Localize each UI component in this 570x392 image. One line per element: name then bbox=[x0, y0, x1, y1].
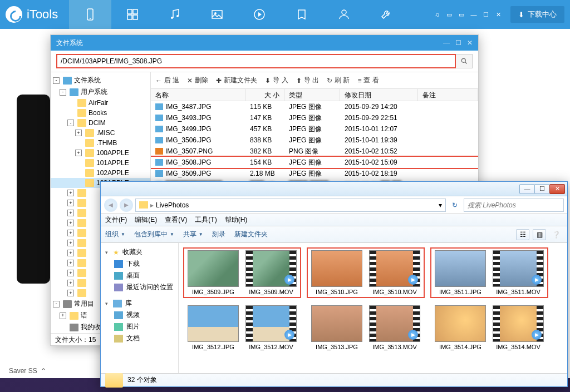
newfolder-button[interactable]: 新建文件夹 bbox=[234, 230, 268, 239]
tree-expand-icon[interactable]: - bbox=[53, 301, 60, 307]
tree-expand-icon[interactable]: + bbox=[67, 210, 74, 216]
menu-file[interactable]: 文件(F) bbox=[105, 215, 127, 225]
tree-item[interactable]: -文件系统 bbox=[51, 75, 150, 86]
download-center-button[interactable]: ⬇ 下载中心 bbox=[510, 6, 564, 23]
thumbnail[interactable]: ▶IMG_3512.MOV bbox=[244, 305, 298, 350]
nav-back-button[interactable]: ◄ bbox=[104, 199, 117, 212]
tree-expand-icon[interactable]: + bbox=[67, 190, 74, 196]
music-mini-icon[interactable]: ♫ bbox=[433, 10, 441, 19]
tree-expand-icon[interactable]: + bbox=[67, 260, 74, 266]
help-button[interactable]: ❔ bbox=[549, 229, 563, 240]
tree-item[interactable]: +.MISC bbox=[51, 128, 150, 138]
thumbnail[interactable]: ▶IMG_3510.MOV bbox=[367, 250, 422, 295]
side-download[interactable]: 下载 bbox=[101, 258, 178, 270]
tab-apps[interactable] bbox=[111, 0, 154, 29]
fs-titlebar[interactable]: 文件系统 — ☐ ✕ bbox=[51, 35, 478, 51]
tree-expand-icon[interactable]: - bbox=[67, 120, 74, 126]
side-doc[interactable]: 文档 bbox=[101, 333, 178, 344]
tree-expand-icon[interactable]: + bbox=[60, 312, 66, 319]
explorer-sidebar[interactable]: ▾★收藏夹 下载 桌面 最近访问的位置 ▾库 视频 图片 文档 bbox=[101, 243, 179, 373]
thumbnail[interactable]: IMG_3510.JPG bbox=[309, 250, 364, 295]
thumbnail[interactable]: ▶IMG_3509.MOV bbox=[244, 250, 298, 295]
thumbnail[interactable]: ▶IMG_3514.MOV bbox=[491, 305, 546, 350]
nav-forward-button[interactable]: ► bbox=[120, 199, 133, 212]
tree-expand-icon[interactable]: + bbox=[67, 230, 74, 236]
file-row[interactable]: IMG_3493.JPG147 KBJPEG 图像2015-09-29 22:5… bbox=[151, 112, 478, 123]
view-mode-button[interactable]: ☷ bbox=[516, 229, 529, 240]
menu-help[interactable]: 帮助(H) bbox=[225, 215, 248, 225]
thumbnail[interactable]: IMG_3509.JPG bbox=[186, 250, 240, 295]
organize-button[interactable]: 组织▼ bbox=[105, 230, 125, 239]
fs-path-input[interactable] bbox=[56, 54, 456, 68]
share-button[interactable]: 共享▼ bbox=[183, 230, 203, 239]
fs-back-button[interactable]: ←后 退 bbox=[155, 76, 179, 85]
tree-expand-icon[interactable]: + bbox=[67, 290, 74, 296]
thumbnail[interactable]: IMG_3512.JPG bbox=[186, 305, 240, 350]
preview-pane-button[interactable]: ▥ bbox=[533, 229, 546, 240]
thumbnail[interactable]: IMG_3514.JPG bbox=[433, 305, 488, 350]
tab-music[interactable] bbox=[154, 0, 196, 29]
file-row[interactable]: IMG_3509.JPG2.18 MBJPEG 图像2015-10-02 18:… bbox=[151, 168, 478, 179]
tree-expand-icon[interactable] bbox=[67, 110, 74, 116]
fs-view-button[interactable]: ≡查 看 bbox=[357, 76, 379, 85]
thumbnail[interactable]: ▶IMG_3511.MOV bbox=[491, 250, 546, 295]
file-row[interactable]: IMG_3487.JPG115 KBJPEG 图像2015-09-29 14:2… bbox=[151, 101, 478, 112]
file-row[interactable]: IMG_3506.JPG838 KBJPEG 图像2015-10-01 19:3… bbox=[151, 135, 478, 146]
minimize-icon[interactable]: — bbox=[469, 10, 478, 19]
side-libraries[interactable]: ▾库 bbox=[101, 297, 178, 309]
tree-expand-icon[interactable] bbox=[75, 140, 82, 146]
tree-expand-icon[interactable] bbox=[60, 324, 66, 331]
col-size[interactable]: 大 小 bbox=[245, 89, 284, 101]
fs-close-icon[interactable]: ✕ bbox=[467, 39, 473, 47]
tree-expand-icon[interactable]: + bbox=[75, 150, 82, 156]
chat-icon[interactable]: ▭ bbox=[445, 10, 454, 19]
fs-refresh-button[interactable]: ↻刷 新 bbox=[327, 76, 350, 85]
breadcrumb-item[interactable]: LivePhotos bbox=[156, 201, 189, 209]
file-row[interactable]: IMG_3499.JPG457 KBJPEG 图像2015-10-01 12:0… bbox=[151, 123, 478, 135]
tree-expand-icon[interactable]: + bbox=[67, 220, 74, 226]
col-type[interactable]: 类型 bbox=[284, 89, 340, 101]
tree-expand-icon[interactable]: + bbox=[67, 200, 74, 206]
col-date[interactable]: 修改日期 bbox=[340, 89, 418, 101]
exp-minimize-button[interactable]: — bbox=[519, 184, 535, 194]
tab-books[interactable] bbox=[281, 0, 323, 29]
thumbnail[interactable]: IMG_3511.JPG bbox=[433, 250, 488, 295]
menu-tools[interactable]: 工具(T) bbox=[195, 215, 217, 225]
tree-expand-icon[interactable] bbox=[67, 100, 74, 106]
chevron-up-icon[interactable]: ⌃ bbox=[41, 367, 46, 375]
explorer-search-input[interactable] bbox=[464, 199, 564, 212]
tab-contacts[interactable] bbox=[323, 0, 365, 29]
fs-import-button[interactable]: ⬇导 入 bbox=[265, 76, 288, 85]
maximize-icon[interactable]: ☐ bbox=[481, 10, 490, 19]
tree-item[interactable]: +100APPLE bbox=[51, 148, 150, 158]
tab-photos[interactable] bbox=[196, 0, 238, 29]
tree-expand-icon[interactable]: + bbox=[75, 130, 82, 136]
nav-refresh-button[interactable]: ↻ bbox=[448, 199, 461, 212]
col-note[interactable]: 备注 bbox=[418, 89, 478, 101]
menu-view[interactable]: 查看(V) bbox=[165, 215, 187, 225]
side-video[interactable]: 视频 bbox=[101, 309, 178, 321]
thumbnail[interactable]: ▶IMG_3513.MOV bbox=[367, 305, 422, 350]
tree-expand-icon[interactable] bbox=[75, 160, 82, 166]
tree-item[interactable]: 101APPLE bbox=[51, 158, 150, 168]
tree-expand-icon[interactable]: - bbox=[60, 89, 66, 96]
col-name[interactable]: 名称 bbox=[151, 89, 245, 101]
tree-expand-icon[interactable]: + bbox=[67, 270, 74, 276]
tab-tools[interactable] bbox=[365, 0, 407, 29]
tab-video[interactable] bbox=[238, 0, 281, 29]
tab-device[interactable] bbox=[69, 0, 111, 29]
tree-item[interactable]: AirFair bbox=[51, 98, 150, 108]
tree-expand-icon[interactable]: + bbox=[67, 240, 74, 246]
menu-edit[interactable]: 编辑(E) bbox=[135, 215, 157, 225]
tree-expand-icon[interactable]: + bbox=[67, 250, 74, 256]
fs-export-button[interactable]: ⬆导 出 bbox=[296, 76, 319, 85]
fs-delete-button[interactable]: ✕删除 bbox=[187, 76, 208, 85]
side-desktop[interactable]: 桌面 bbox=[101, 270, 178, 281]
file-row[interactable]: IMG_3507.PNG382 KBPNG 图像2015-10-02 10:52 bbox=[151, 146, 478, 157]
thumbnail[interactable]: IMG_3513.JPG bbox=[309, 305, 364, 350]
tree-item[interactable]: Books bbox=[51, 108, 150, 118]
tree-expand-icon[interactable]: + bbox=[67, 280, 74, 286]
fs-minimize-icon[interactable]: — bbox=[443, 39, 450, 47]
tree-item[interactable]: -DCIM bbox=[51, 118, 150, 128]
tree-expand-icon[interactable]: - bbox=[53, 77, 60, 84]
